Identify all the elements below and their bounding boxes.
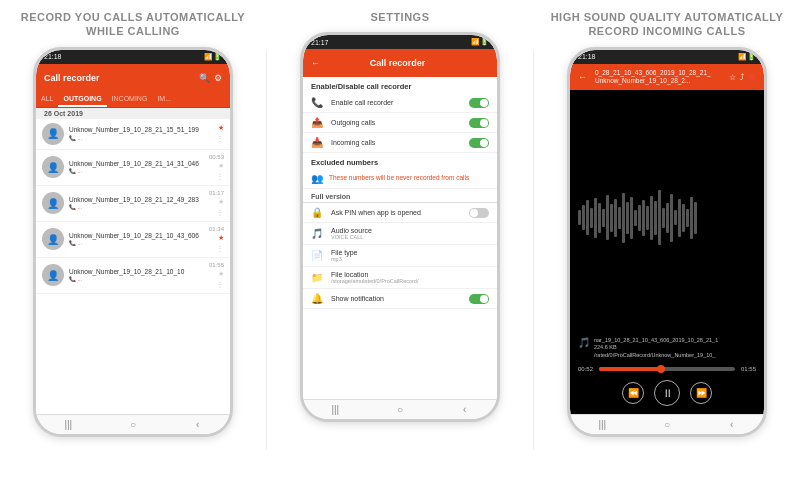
more-icon-1[interactable]: ⋮ (216, 134, 224, 143)
wbar-17 (642, 200, 645, 236)
bottom-nav-1: ||| ○ ‹ (36, 414, 230, 434)
tab-incoming[interactable]: INCOMING (107, 92, 153, 107)
search-icon[interactable]: 🔍 (199, 73, 210, 83)
label-location: File location (331, 271, 489, 278)
settings-notification[interactable]: 🔔 Show notification (303, 289, 497, 309)
status-icons-3: 📶🔋 (738, 53, 756, 61)
section-title-excluded: Excluded numbers (303, 153, 497, 169)
nav-back-3[interactable]: ‹ (722, 419, 742, 430)
player-progress-row: 00:52 01:55 (578, 366, 756, 372)
wbar-19 (650, 196, 653, 240)
tab-im[interactable]: IM... (152, 92, 176, 107)
settings-outgoing[interactable]: 📤 Outgoing calls (303, 113, 497, 133)
toggle-pin[interactable] (469, 208, 489, 218)
app-header-1: Call recorder 🔍 ⚙ (36, 64, 230, 92)
toggle-incoming[interactable] (469, 138, 489, 148)
wbar-5 (594, 198, 597, 238)
wbar-29 (690, 197, 693, 239)
pause-button[interactable]: ⏸ (654, 380, 680, 406)
call-meta-2: 00:53 ★ ⋮ (209, 154, 224, 181)
call-item-4[interactable]: 👤 Unknow_Number_19_10_28_21_10_43_606 📞 … (36, 222, 230, 258)
file-icon: 🎵 (578, 337, 590, 348)
call-sub-3: 📞 ... (69, 204, 204, 210)
player-waveform (578, 98, 756, 336)
player-filename1: 0_28_21_10_43_606_2019_10_28_21_ (595, 69, 725, 77)
star-icon-player[interactable]: ☆ (729, 73, 736, 82)
forward-button[interactable]: ⏩ (690, 382, 712, 404)
settings-icon[interactable]: ⚙ (214, 73, 222, 83)
status-icons-1: 📶🔋 (204, 53, 222, 61)
call-item-3[interactable]: 👤 Unknow_Number_19_10_28_21_12_49_283 📞 … (36, 186, 230, 222)
status-time-3: 21:18 (578, 53, 596, 60)
status-bar-2: 21:17 📶🔋 (303, 35, 497, 49)
star-icon-2[interactable]: ★ (218, 162, 224, 170)
panel-call-list: RECORD YOU CALLS AUTOMATICALLY WHILE CAL… (0, 0, 266, 500)
call-list: 👤 Unknow_Number_19_10_28_21_15_51_199 📞 … (36, 119, 230, 414)
app-title-2: Call recorder (370, 58, 426, 68)
toggle-outgoing[interactable] (469, 118, 489, 128)
settings-pin[interactable]: 🔒 Ask PIN when app is opened (303, 203, 497, 223)
toggle-enable-recorder[interactable] (469, 98, 489, 108)
avatar-1: 👤 (42, 123, 64, 145)
settings-filetype[interactable]: 📄 File type mp3 (303, 245, 497, 267)
call-info-3: Unknow_Number_19_10_28_21_12_49_283 📞 ..… (69, 196, 204, 210)
sub-filetype: mp3 (331, 256, 489, 262)
star-icon-1[interactable]: ★ (218, 124, 224, 132)
nav-home-3[interactable]: ○ (657, 419, 677, 430)
player-file-path: /rated/0/ProCallRecord/Unknow_Number_19_… (594, 352, 718, 360)
nav-back-2[interactable]: ‹ (455, 404, 475, 415)
more-icon-3[interactable]: ⋮ (216, 208, 224, 217)
tab-outgoing[interactable]: OUTGOING (58, 92, 106, 107)
nav-menu-3[interactable]: ||| (592, 419, 612, 430)
back-arrow-settings[interactable]: ← (311, 58, 320, 68)
wbar-21 (658, 190, 661, 245)
wbar-7 (602, 209, 605, 227)
nav-menu-1[interactable]: ||| (58, 419, 78, 430)
settings-incoming[interactable]: 📥 Incoming calls (303, 133, 497, 153)
settings-enable-recorder[interactable]: 📞 Enable call recorder (303, 93, 497, 113)
share-icon-player[interactable]: ⤴ (740, 73, 744, 82)
nav-menu-2[interactable]: ||| (325, 404, 345, 415)
panel2-title: SETTINGS (370, 10, 429, 24)
wbar-27 (682, 204, 685, 232)
call-item-1[interactable]: 👤 Unknow_Number_19_10_28_21_15_51_199 📞 … (36, 119, 230, 150)
star-icon-5[interactable]: ★ (218, 270, 224, 278)
full-version-label[interactable]: Full version (303, 189, 497, 203)
call-sub-4: 📞 ... (69, 240, 204, 246)
call-name-2: Unknow_Number_19_10_28_21_14_31_046 (69, 160, 204, 168)
wbar-2 (582, 205, 585, 230)
audio-icon: 🎵 (311, 228, 325, 239)
wbar-20 (654, 201, 657, 235)
more-icon-4[interactable]: ⋮ (216, 244, 224, 253)
call-item-2[interactable]: 👤 Unknow_Number_19_10_28_21_14_31_046 📞 … (36, 150, 230, 186)
player-controls: ⏪ ⏸ ⏩ (578, 380, 756, 406)
more-icon-5[interactable]: ⋮ (216, 280, 224, 289)
tab-all[interactable]: ALL (36, 92, 58, 107)
nav-home-1[interactable]: ○ (123, 419, 143, 430)
toggle-notification[interactable] (469, 294, 489, 304)
star-icon-3[interactable]: ★ (218, 198, 224, 206)
rewind-button[interactable]: ⏪ (622, 382, 644, 404)
status-bar-3: 21:18 📶🔋 (570, 50, 764, 64)
phone-icon-incoming: 📥 (311, 137, 325, 148)
call-time-5: 01:55 (209, 262, 224, 268)
notif-icon: 🔔 (311, 293, 325, 304)
wbar-1 (578, 210, 581, 225)
back-arrow-player[interactable]: ← (578, 72, 587, 82)
more-icon-2[interactable]: ⋮ (216, 172, 224, 181)
wbar-4 (590, 208, 593, 228)
nav-back-1[interactable]: ‹ (188, 419, 208, 430)
folder-icon: 📁 (311, 272, 325, 283)
settings-screen: Enable/Disable call recorder 📞 Enable ca… (303, 77, 497, 399)
delete-icon-player[interactable]: 🗑 (748, 73, 756, 82)
call-item-5[interactable]: 👤 Unknow_Number_19_10_28_21_10_10 📞 ... … (36, 258, 230, 294)
settings-location[interactable]: 📁 File location /storage/emulated/0/ProC… (303, 267, 497, 289)
star-icon-4[interactable]: ★ (218, 234, 224, 242)
settings-audio[interactable]: 🎵 Audio source VOICE CALL (303, 223, 497, 245)
call-name-4: Unknow_Number_19_10_28_21_10_43_606 (69, 232, 204, 240)
player-progress-bar[interactable] (599, 367, 735, 371)
nav-home-2[interactable]: ○ (390, 404, 410, 415)
avatar-3: 👤 (42, 192, 64, 214)
excluded-numbers-item[interactable]: 👥 These numbers will be never recorded f… (303, 169, 497, 189)
label-filetype: File type (331, 249, 489, 256)
